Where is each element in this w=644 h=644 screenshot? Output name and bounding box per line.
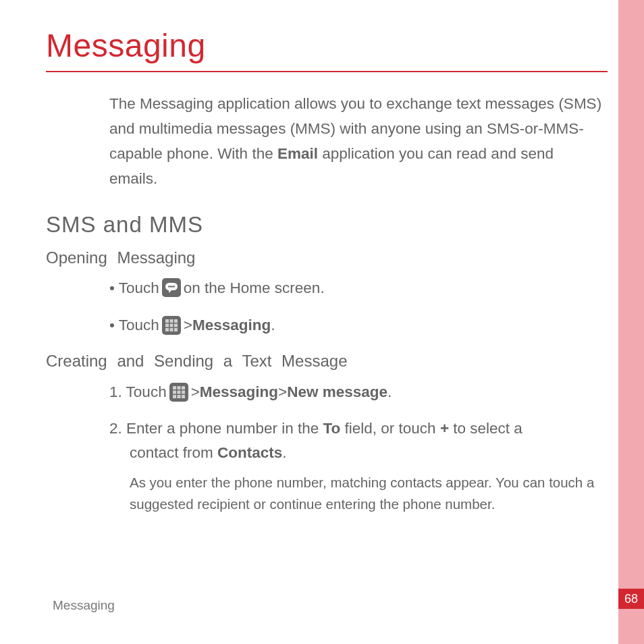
title-rule — [46, 71, 608, 72]
step2-note: As you enter the phone number, matching … — [130, 472, 613, 515]
svg-rect-11 — [169, 328, 173, 331]
svg-rect-9 — [174, 324, 178, 327]
svg-rect-7 — [165, 324, 169, 327]
step1-post: . — [387, 380, 392, 404]
step2-line1c: to select a — [449, 420, 522, 437]
step2-line1a: 2. Enter a phone number in the — [109, 420, 323, 437]
apps-grid-icon — [162, 316, 181, 335]
svg-rect-20 — [173, 395, 176, 398]
bullet1-pre: • Touch — [109, 277, 159, 300]
apps-grid-icon — [169, 383, 188, 402]
svg-rect-12 — [174, 328, 178, 331]
step2-contacts: Contacts — [217, 444, 282, 461]
step1-gt1: > — [191, 380, 200, 404]
bullet2-post: . — [271, 314, 275, 337]
step2-line1b: field, or touch — [340, 420, 440, 437]
svg-rect-19 — [182, 391, 185, 394]
bullet-touch-messaging-icon: • Touch on the Home screen. — [109, 277, 613, 300]
step-2: 2. Enter a phone number in the To field,… — [109, 417, 613, 515]
step-1: 1. Touch — [109, 380, 613, 404]
step1-bold1: Messaging — [200, 380, 278, 404]
bullet1-post: on the Home screen. — [184, 277, 325, 300]
step1-num: 1. Touch — [109, 380, 167, 404]
messaging-icon — [162, 278, 181, 297]
step2-plus: + — [440, 420, 449, 437]
creating-steps: 1. Touch — [109, 380, 613, 515]
subsection-creating-sending: Creating and Sending a Text Message — [46, 352, 613, 371]
intro-paragraph: The Messaging application allows you to … — [109, 91, 602, 192]
svg-rect-6 — [174, 319, 178, 323]
svg-rect-15 — [177, 386, 180, 390]
sidebar-strip — [618, 0, 644, 644]
svg-rect-22 — [182, 395, 185, 398]
svg-rect-14 — [173, 386, 176, 390]
footer-section-label: Messaging — [53, 598, 115, 613]
bullet2-gt: > — [184, 314, 192, 337]
svg-rect-17 — [173, 391, 176, 394]
step1-gt2: > — [278, 380, 287, 404]
svg-rect-16 — [182, 386, 185, 390]
page-content: Messaging The Messaging application allo… — [46, 27, 613, 527]
opening-bullets: • Touch on the Home screen. • Touch — [109, 277, 613, 338]
svg-rect-21 — [177, 395, 180, 398]
section-sms-mms: SMS and MMS — [46, 212, 613, 238]
step2-line2b: . — [282, 444, 286, 461]
svg-rect-5 — [169, 319, 173, 323]
intro-bold-email: Email — [277, 145, 318, 162]
bullet-touch-apps-messaging: • Touch > M — [109, 314, 613, 337]
svg-rect-18 — [177, 391, 180, 394]
svg-rect-2 — [168, 286, 175, 288]
subsection-opening-messaging: Opening Messaging — [46, 248, 613, 267]
bullet2-bold: Messaging — [192, 314, 271, 337]
chapter-title: Messaging — [46, 27, 613, 71]
bullet2-pre: • Touch — [109, 314, 159, 337]
svg-rect-10 — [165, 328, 169, 331]
step2-line2a: contact from — [130, 444, 217, 461]
page-number-badge: 68 — [618, 589, 644, 609]
svg-rect-8 — [169, 324, 173, 327]
step2-to: To — [323, 420, 340, 437]
step1-bold2: New message — [287, 380, 387, 404]
svg-rect-4 — [165, 319, 169, 323]
